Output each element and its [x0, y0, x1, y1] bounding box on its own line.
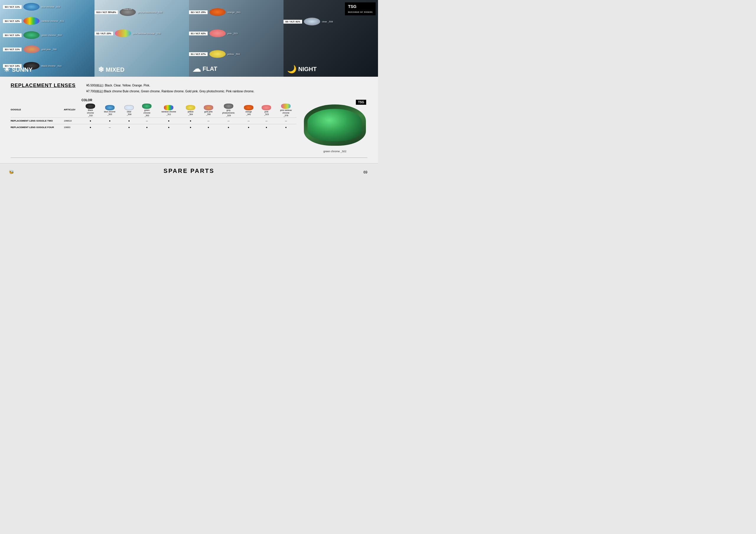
lens-item: S13 / VLT: 55%8% SHADE SUN grey photochr…	[94, 8, 162, 16]
hero-section: S3 / VLT: 11% blue chrome _503 S3 / VLT:…	[0, 0, 378, 77]
lens-item: S1 / VLT: 67% yellow _504	[189, 50, 240, 58]
footer: 🐝 SPARE PARTS 69	[0, 163, 378, 178]
sunny-label: ☀ SUNNY	[4, 65, 33, 74]
lens-rainbow	[23, 17, 40, 25]
cell-two-orange: –	[240, 118, 257, 124]
swatch-pinkrainbow	[281, 104, 291, 109]
cell-two-goldpink: –	[200, 118, 217, 124]
article-header: ARTICLE#	[64, 103, 82, 118]
cell-four-black: •	[82, 124, 99, 131]
goggle-tsg-logo: TSG	[356, 100, 366, 105]
lens-item: S0 / VLT: 81% clear _508	[284, 18, 333, 25]
swatch-cell-grey: greyphotochromic_529	[217, 103, 240, 118]
snowflake-icon: ❄	[98, 65, 104, 74]
swatch-cell-pink: pink_523	[257, 103, 275, 118]
replacement-title: REPLACEMENT LENSES	[11, 83, 76, 89]
sun-icon: ☀	[4, 65, 10, 74]
price-line-2: ¥7.700(税込):Black chrome Bule chrome, Gre…	[86, 89, 254, 94]
table-row: REPLACEMENT LENS GOGGLE FOUR 19663 • – •…	[11, 124, 296, 131]
lens-item: S3 / VLT: 12% green chrome _502	[3, 31, 62, 39]
swatch-green	[142, 104, 151, 109]
cell-four-clear: •	[120, 124, 138, 131]
tsg-tagline: DESIGNED BY RIDERS	[348, 11, 373, 13]
cell-four-yellow: •	[182, 124, 199, 131]
swatch-black	[86, 104, 95, 109]
moon-icon: 🌙	[287, 64, 296, 74]
divider	[11, 158, 367, 158]
replacement-header: REPLACEMENT LENSES ¥5.500(税込): Black. Cl…	[11, 83, 367, 94]
swatch-cell-rainbow: rainbow chrome_511	[156, 103, 182, 118]
goggle-frame	[304, 104, 366, 146]
lens-blue-chrome	[23, 3, 40, 11]
swatch-goldpink	[204, 105, 213, 110]
cell-four-rainbow: •	[156, 124, 182, 131]
lens-item: S1 / VLT: 62% pink _523	[189, 30, 238, 37]
price-line-1: ¥5.500(税込): Black. Clear. Yellow. Orange…	[86, 83, 254, 89]
hero-panel-flat: S2 / VLT: 25% orange _641 S1 / VLT: 62% …	[189, 0, 284, 77]
swatch-orange	[244, 105, 254, 110]
lens-pink-rainbow	[115, 30, 131, 37]
tsg-logo: TSG DESIGNED BY RIDERS	[345, 2, 376, 15]
lens-yellow	[209, 50, 226, 58]
lens-item: S3 / VLT: 11% blue chrome _503	[3, 3, 60, 11]
cell-four-orange: •	[240, 124, 257, 131]
swatch-clear	[124, 105, 134, 110]
lens-table: COLOR GOGGLE ARTICLE# Blackchrome_510	[11, 98, 296, 130]
night-label: 🌙 NIGHT	[287, 64, 316, 74]
cell-four-pinkrainbow: •	[275, 124, 296, 131]
cell-two-green: –	[138, 118, 156, 124]
swatch-pink	[262, 105, 271, 110]
lens-item: S3 / VLT: 11% gold pink _590	[3, 45, 57, 53]
swatch-cell-blue: blue chrome_503	[99, 103, 120, 118]
cell-four-blue: –	[99, 124, 120, 131]
cell-two-pinkrainbow: –	[275, 118, 296, 124]
swatch-grey	[224, 104, 233, 109]
lens-orange	[209, 8, 226, 16]
goggle-showcase: TSG green chrome _502	[302, 98, 367, 153]
hero-panel-mixed: S13 / VLT: 55%8% SHADE SUN grey photochr…	[94, 0, 189, 77]
lens-table-container: COLOR GOGGLE ARTICLE# Blackchrome_510	[11, 98, 296, 153]
swatch-yellow	[186, 105, 195, 110]
cell-two-clear: •	[120, 118, 138, 124]
page-number: 69	[364, 170, 367, 174]
flat-label: ☁ FLAT	[193, 64, 217, 74]
cloud-icon: ☁	[193, 64, 201, 74]
lens-pink	[209, 30, 226, 37]
goggle-image: TSG	[302, 98, 367, 149]
swatch-cell-black: Blackchrome_510	[82, 103, 99, 118]
color-col-header: COLOR	[82, 98, 296, 103]
cell-two-grey: –	[217, 118, 240, 124]
cell-four-goldpink: •	[200, 124, 217, 131]
swatch-cell-clear: clear_508	[120, 103, 138, 118]
hero-panel-sunny: S3 / VLT: 11% blue chrome _503 S3 / VLT:…	[0, 0, 94, 77]
table-row: REPLACEMENT LENS GOGGLE TWO 196610 • • •…	[11, 118, 296, 124]
lens-grey: SHADE SUN	[120, 8, 136, 16]
cell-two-black: •	[82, 118, 99, 124]
swatch-row: GOGGLE ARTICLE# Blackchrome_510 blue chr…	[11, 103, 296, 118]
cell-two-blue: •	[99, 118, 120, 124]
footer-logo: 🐝	[9, 170, 14, 174]
swatch-rainbow	[164, 105, 173, 110]
content-section: REPLACEMENT LENSES ¥5.500(税込): Black. Cl…	[0, 77, 378, 163]
swatch-cell-pinkrainbow: pink rainbowchrome_578	[275, 103, 296, 118]
goggle-header: GOGGLE	[11, 103, 64, 118]
lens-item: S2 / VLT: 23% pink rainbow chrome _578	[94, 30, 161, 37]
goggle-col-header	[11, 98, 64, 103]
cell-four-pink: •	[257, 124, 275, 131]
footer-title: SPARE PARTS	[164, 167, 214, 174]
goggle-two-article: 196610	[64, 118, 82, 124]
lens-item: S2 / VLT: 25% orange _641	[189, 8, 241, 16]
swatch-cell-yellow: yellow_504	[182, 103, 199, 118]
lens-green	[23, 31, 40, 39]
cell-four-green: •	[138, 124, 156, 131]
goggle-two-name: REPLACEMENT LENS GOGGLE TWO	[11, 118, 64, 124]
swatch-cell-goldpink: gold pink_590	[200, 103, 217, 118]
swatch-cell-orange: orange_641	[240, 103, 257, 118]
lens-clear	[304, 18, 320, 25]
cell-two-rainbow: •	[156, 118, 182, 124]
lens-item: S3 / VLT: 12% rainbow chrome _511	[3, 17, 64, 25]
swatch-cell-green: greenchrome_502	[138, 103, 156, 118]
cell-two-pink: –	[257, 118, 275, 124]
cell-four-grey: •	[217, 124, 240, 131]
swatch-blue	[105, 105, 115, 110]
